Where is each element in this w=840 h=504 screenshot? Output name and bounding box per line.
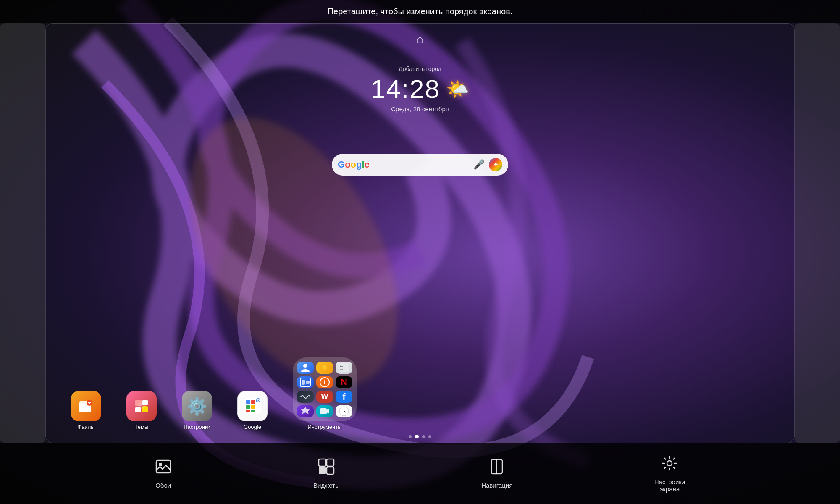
svg-rect-40 xyxy=(319,467,326,474)
screen-settings-icon xyxy=(661,455,678,475)
page-dot-4[interactable] xyxy=(428,435,431,438)
folder-icon-netflix: N xyxy=(336,376,352,388)
top-instruction-bar: Перетащите, чтобы изменить порядок экран… xyxy=(0,0,840,23)
svg-rect-13 xyxy=(251,400,255,404)
themes-icon xyxy=(126,391,157,421)
settings-label: Настройки xyxy=(184,424,210,430)
lens-button[interactable]: ⌖ xyxy=(489,158,502,171)
folder-icon-meet xyxy=(316,405,333,417)
settings-icon: ⚙️ xyxy=(182,391,212,421)
wallpaper-label: Обои xyxy=(155,482,171,489)
svg-text:×=: ×= xyxy=(340,368,343,371)
weather-icon: 🌤️ xyxy=(446,78,469,100)
svg-point-22 xyxy=(303,364,307,368)
folder-icon-calculator: ±÷ ×= xyxy=(336,362,352,374)
navigation-icon xyxy=(488,458,505,478)
folder-icon-wps: W xyxy=(316,391,333,403)
app-folder-tools[interactable]: ☀️ ±÷ ×= xyxy=(293,357,357,430)
themes-label: Темы xyxy=(135,424,149,430)
svg-rect-31 xyxy=(320,408,327,414)
folder-icon-weather: ☀️ xyxy=(316,362,333,374)
svg-rect-17 xyxy=(246,410,250,412)
folder-icon-phonelink xyxy=(297,376,314,388)
svg-rect-36 xyxy=(156,460,171,473)
folder-icon-contacts xyxy=(297,362,314,374)
svg-marker-32 xyxy=(327,409,329,414)
toolbar-widgets[interactable]: Виджеты xyxy=(313,458,340,489)
app-themes[interactable]: Темы xyxy=(126,391,157,430)
svg-rect-39 xyxy=(327,459,334,466)
svg-point-21 xyxy=(258,400,259,401)
instruction-text: Перетащите, чтобы изменить порядок экран… xyxy=(328,7,513,16)
svg-rect-41 xyxy=(327,467,334,474)
svg-text:±÷: ±÷ xyxy=(340,365,343,368)
app-google[interactable]: Google xyxy=(237,391,268,430)
tools-folder[interactable]: ☀️ ±÷ ×= xyxy=(293,357,357,421)
apps-area: Файлы Темы ⚙️ Настройки xyxy=(71,357,769,430)
svg-rect-27 xyxy=(302,380,305,385)
wallpaper-icon xyxy=(155,458,172,478)
bottom-toolbar: Обои Виджеты Навигация xyxy=(0,443,840,504)
svg-rect-18 xyxy=(251,410,255,412)
svg-point-10 xyxy=(138,403,145,410)
page-dot-3[interactable] xyxy=(422,435,425,438)
page-dot-2[interactable] xyxy=(415,435,419,438)
page-indicators xyxy=(409,435,431,438)
svg-point-37 xyxy=(159,463,162,466)
page-dot-1[interactable] xyxy=(409,435,412,438)
svg-rect-12 xyxy=(246,400,250,404)
svg-text:i: i xyxy=(324,379,326,386)
widgets-label: Виджеты xyxy=(313,482,340,489)
home-screen-indicator: ⌂ xyxy=(417,33,424,46)
svg-rect-38 xyxy=(319,459,326,466)
left-screen-placeholder[interactable] xyxy=(0,23,45,443)
main-screen-card: ⌂ Добавить город 14:28 🌤️ Среда, 28 сент… xyxy=(45,23,795,443)
clock-time: 14:28 xyxy=(371,74,440,104)
right-screen-placeholder[interactable] xyxy=(795,23,840,443)
google-icon xyxy=(237,391,268,421)
toolbar-navigation[interactable]: Навигация xyxy=(481,458,512,489)
toolbar-screen-settings[interactable]: Настройкиэкрана xyxy=(654,455,685,493)
folder-icon-facebook: f xyxy=(336,391,352,403)
folder-icon-honor xyxy=(297,405,314,417)
folder-icon-soundwave xyxy=(297,391,314,403)
screen-settings-label: Настройкиэкрана xyxy=(654,478,685,493)
mic-button[interactable]: 🎤 xyxy=(473,159,485,170)
google-label: Google xyxy=(244,424,261,430)
navigation-label: Навигация xyxy=(481,482,512,489)
files-icon xyxy=(71,391,101,421)
clock-widget[interactable]: Добавить город 14:28 🌤️ Среда, 28 сентяб… xyxy=(371,66,469,113)
app-files[interactable]: Файлы xyxy=(71,391,101,430)
svg-rect-28 xyxy=(306,381,310,384)
folder-icon-clock xyxy=(336,405,352,417)
svg-rect-15 xyxy=(246,405,250,409)
google-search-bar[interactable]: Google 🎤 ⌖ xyxy=(332,154,508,176)
folder-icon-info: i xyxy=(316,376,333,388)
svg-point-44 xyxy=(667,461,672,466)
clock-date: Среда, 28 сентября xyxy=(371,105,469,113)
widgets-icon xyxy=(318,458,335,478)
files-label: Файлы xyxy=(77,424,94,430)
folder-label: Инструменты xyxy=(307,424,341,430)
google-logo: Google xyxy=(338,159,370,170)
add-city-label[interactable]: Добавить город xyxy=(371,66,469,72)
lens-icon: ⌖ xyxy=(494,161,497,168)
svg-rect-16 xyxy=(251,405,255,409)
toolbar-wallpaper[interactable]: Обои xyxy=(155,458,172,489)
app-settings[interactable]: ⚙️ Настройки xyxy=(182,391,212,430)
